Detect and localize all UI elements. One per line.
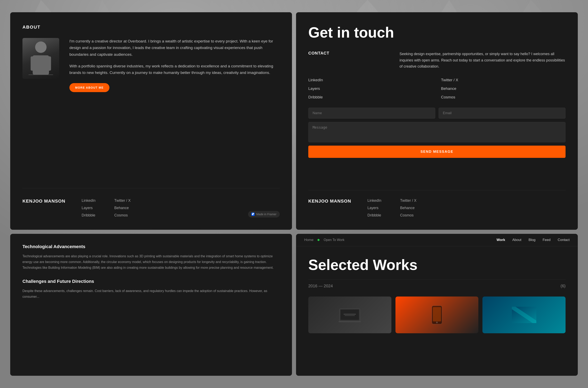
framer-logo-icon [251, 213, 255, 216]
contact-footer-twitter[interactable]: Twitter / X [400, 198, 417, 203]
nav-link-about[interactable]: About [512, 238, 521, 242]
about-text: I'm currently a creative director at Ove… [70, 38, 280, 178]
nav-link-contact[interactable]: Contact [558, 238, 570, 242]
contact-footer-cosmos[interactable]: Cosmos [400, 213, 417, 218]
works-title: Selected Works [308, 257, 565, 273]
contact-footer: KENJOO MANSON LinkedIn Twitter / X Layer… [308, 190, 565, 218]
works-year: 2016 — 2024 [308, 284, 333, 288]
about-panel: ABOUT I'm currently a creative dire [10, 12, 292, 230]
works-year-row: 2016 — 2024 (6) [308, 279, 565, 292]
svg-point-12 [436, 322, 438, 323]
more-about-me-button[interactable]: MORE ABOUT ME [70, 83, 109, 92]
about-content: I'm currently a creative director at Ove… [23, 38, 280, 178]
svg-rect-7 [338, 321, 361, 322]
framer-text: Made in Framer [256, 213, 277, 216]
article-panel: Technological Advancements Technological… [10, 234, 292, 376]
works-nav: Home Open To Work Work About Blog Feed C… [296, 234, 578, 246]
framer-badge: Made in Framer [248, 211, 280, 218]
phone-icon [431, 305, 443, 325]
nav-link-work[interactable]: Work [496, 238, 505, 242]
nav-link-blog[interactable]: Blog [529, 238, 536, 242]
bio-paragraph-2: With a portfolio spanning diverse indust… [70, 63, 280, 76]
open-to-work-dot [317, 239, 320, 241]
svg-rect-2 [31, 56, 36, 71]
abstract-icon [512, 307, 536, 323]
message-textarea[interactable] [308, 122, 565, 142]
contact-label: CONTACT [308, 51, 391, 70]
thumbnail-3[interactable] [482, 296, 565, 333]
send-message-button[interactable]: SEND MESSAGE [308, 146, 565, 158]
svg-rect-9 [345, 315, 355, 316]
form-row-name-email [308, 108, 565, 119]
article-section-2-title: Challenges and Future Directions [23, 279, 280, 284]
main-grid: ABOUT I'm currently a creative dire [10, 12, 578, 376]
footer-link-behance[interactable]: Behance [114, 206, 131, 210]
nav-links: Work About Blog Feed Contact [496, 238, 570, 242]
works-thumbnails [308, 296, 565, 333]
contact-link-dribbble[interactable]: Dribbble [308, 95, 433, 99]
contact-title: Get in touch [308, 24, 565, 41]
macbook-icon [337, 307, 362, 323]
nav-home[interactable]: Home [304, 238, 313, 242]
article-section-1-title: Technological Advancements [23, 244, 280, 249]
footer-name: KENJOO MANSON [23, 198, 65, 204]
contact-links-grid: LinkedIn Twitter / X Layers Behance Drib… [308, 78, 565, 99]
footer-links: LinkedIn Twitter / X Layers Behance Drib… [82, 198, 131, 218]
about-photo [23, 38, 59, 79]
email-input[interactable] [439, 108, 565, 119]
contact-footer-links: LinkedIn Twitter / X Layers Behance Drib… [368, 198, 417, 218]
thumbnail-1[interactable] [308, 296, 391, 333]
contact-link-twitter[interactable]: Twitter / X [441, 78, 565, 82]
nav-status: Open To Work [324, 238, 344, 242]
footer-link-cosmos[interactable]: Cosmos [114, 213, 131, 218]
works-panel: Home Open To Work Work About Blog Feed C… [296, 234, 578, 376]
footer-link-layers[interactable]: Layers [82, 206, 98, 210]
contact-link-cosmos[interactable]: Cosmos [441, 95, 565, 99]
article-section-2-body: Despite these advancements, challenges r… [23, 288, 280, 300]
svg-point-0 [35, 42, 47, 53]
works-count: (6) [561, 284, 565, 288]
contact-link-layers[interactable]: Layers [308, 86, 433, 91]
svg-rect-8 [344, 314, 356, 315]
article-section-1-body: Technological advancements are also play… [23, 253, 280, 270]
contact-link-behance[interactable]: Behance [441, 86, 565, 91]
person-silhouette [29, 40, 53, 77]
bio-paragraph-1: I'm currently a creative director at Ove… [70, 38, 280, 58]
works-content: Selected Works 2016 — 2024 (6) [296, 246, 578, 376]
svg-rect-3 [46, 56, 51, 71]
contact-panel: Get in touch CONTACT Seeking design expe… [296, 12, 578, 230]
about-footer: KENJOO MANSON LinkedIn Twitter / X Layer… [23, 188, 280, 218]
contact-link-linkedin[interactable]: LinkedIn [308, 78, 433, 82]
footer-link-linkedin[interactable]: LinkedIn [82, 198, 98, 203]
footer-link-twitter[interactable]: Twitter / X [114, 198, 131, 203]
svg-rect-11 [433, 307, 441, 321]
contact-description: Seeking design expertise, partnership op… [400, 51, 565, 70]
contact-footer-behance[interactable]: Behance [400, 206, 417, 210]
contact-section: CONTACT Seeking design expertise, partne… [308, 51, 565, 70]
footer-link-dribbble[interactable]: Dribbble [82, 213, 98, 218]
name-input[interactable] [308, 108, 435, 119]
thumbnail-2[interactable] [396, 296, 479, 333]
contact-footer-linkedin[interactable]: LinkedIn [368, 198, 384, 203]
contact-footer-layers[interactable]: Layers [368, 206, 384, 210]
about-label: ABOUT [23, 24, 280, 30]
photo-inner [23, 38, 59, 79]
contact-footer-dribbble[interactable]: Dribbble [368, 213, 384, 218]
contact-footer-name: KENJOO MANSON [308, 198, 351, 204]
nav-link-feed[interactable]: Feed [543, 238, 551, 242]
svg-rect-6 [341, 310, 359, 320]
